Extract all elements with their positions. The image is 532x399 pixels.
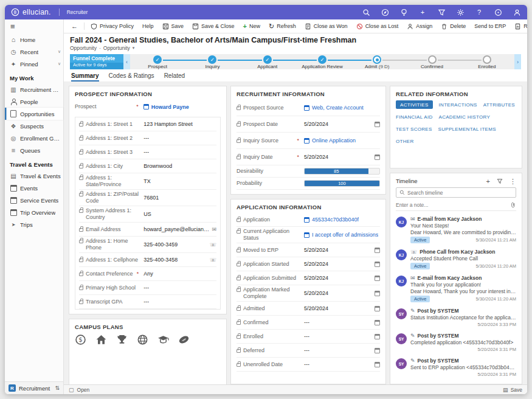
field-row[interactable]: Current Application Status I accept offe…: [237, 227, 380, 243]
process-stage[interactable]: Enrolled: [460, 54, 514, 69]
field-row-prospect[interactable]: Prospect* Howard Payne: [75, 100, 221, 114]
sidebar-item[interactable]: Recruitment Home: [5, 83, 63, 95]
calendar-icon[interactable]: [375, 122, 380, 127]
filter-icon[interactable]: [437, 8, 446, 16]
housing-home-icon[interactable]: [95, 334, 107, 345]
calendar-icon[interactable]: [375, 362, 380, 367]
hamburger-menu-icon[interactable]: ≡: [5, 19, 63, 33]
timeline-more-icon[interactable]: ⋮: [510, 178, 516, 184]
field-row[interactable]: Application 455334c70d3b040f: [237, 213, 380, 227]
related-tab-chip[interactable]: FINANCIAL AID: [396, 113, 433, 121]
calendar-icon[interactable]: [375, 276, 380, 281]
field-row[interactable]: Application Submitted 5/20/2024: [237, 271, 380, 285]
timeline-note-field[interactable]: Enter a note...: [396, 199, 516, 211]
phone-icon[interactable]: ☏: [210, 241, 216, 248]
sidebar-item[interactable]: Enrollment Goals: [5, 132, 63, 144]
related-tab-chip[interactable]: OTHER: [396, 137, 414, 145]
related-tab-chip[interactable]: SUPPLEMENTAL ITEMS: [438, 125, 496, 133]
email-icon[interactable]: ✉: [212, 226, 216, 232]
lookup-link[interactable]: Online Application: [312, 137, 356, 144]
timeline-search-box[interactable]: [396, 187, 516, 198]
related-tab-chip[interactable]: INTERACTIONS: [439, 100, 477, 109]
academics-gradcap-icon[interactable]: [157, 334, 169, 345]
field-row[interactable]: Address 1: Street 1 123 Hampton Street: [79, 117, 216, 131]
guided-tour-icon[interactable]: [381, 8, 389, 16]
sidebar-item[interactable]: Home: [5, 33, 63, 46]
related-tab-chip[interactable]: ACTIVITIES: [396, 100, 433, 109]
timeline-entry[interactable]: SY Post by SYSTEM Completed application …: [396, 330, 516, 355]
feedback-icon[interactable]: [494, 8, 502, 16]
calendar-icon[interactable]: [375, 348, 380, 353]
settings-gear-icon[interactable]: [456, 8, 465, 16]
field-row[interactable]: Primary High School ---: [79, 281, 216, 295]
save-button[interactable]: Save: [159, 21, 188, 32]
calendar-icon[interactable]: [375, 306, 380, 311]
calendar-icon[interactable]: [375, 248, 380, 253]
prospect-link[interactable]: Howard Payne: [151, 104, 189, 110]
field-row[interactable]: Admitted 5/20/2024: [237, 302, 380, 316]
form-tab[interactable]: Summary: [71, 72, 99, 82]
lookup-link[interactable]: 455334c70d3b040f: [312, 217, 359, 223]
new-record-plus-icon[interactable]: +: [418, 8, 427, 16]
form-tab[interactable]: Codes & Ratings: [109, 72, 154, 82]
refresh-button[interactable]: ↻Refresh: [265, 21, 300, 31]
idea-lightbulb-icon[interactable]: [399, 8, 408, 16]
lookup-link[interactable]: I accept offer of admissions: [312, 232, 378, 238]
process-stage[interactable]: Prospect: [130, 54, 185, 69]
back-button[interactable]: ←: [67, 22, 81, 31]
sidebar-item[interactable]: Suspects: [5, 120, 63, 132]
related-tab-chip[interactable]: TEST SCORES: [396, 125, 432, 133]
timeline-add-icon[interactable]: +: [486, 178, 490, 184]
field-row[interactable]: Application Marked Complete 5/20/2024: [237, 285, 380, 302]
field-row[interactable]: Address 1: Home Phone 325-400-3459 ☏: [79, 237, 216, 253]
field-row[interactable]: Email Address howard_payne@elluciandemo.…: [79, 223, 216, 237]
phone-icon[interactable]: ☏: [210, 257, 216, 263]
timeline-filter-icon[interactable]: [497, 178, 503, 184]
field-row[interactable]: Prospect Date 5/20/2024: [237, 116, 380, 133]
form-selector[interactable]: Opportunity: [103, 45, 130, 51]
calendar-icon[interactable]: [375, 262, 380, 267]
process-stage[interactable]: Applicant: [240, 54, 295, 69]
field-row[interactable]: Application Started 5/20/2024: [237, 257, 380, 271]
timeline-search-input[interactable]: [407, 190, 513, 196]
timeline-entry[interactable]: SY Post by SYSTEM Sent to ERP applicatio…: [396, 355, 516, 380]
help-button[interactable]: Help: [139, 21, 157, 31]
field-row[interactable]: System Address 1: Country US: [79, 206, 216, 223]
timeline-entry[interactable]: KJ E-mail from Kacy Jackson Your Next St…: [396, 213, 516, 246]
user-account-icon[interactable]: [513, 8, 521, 16]
timeline-entry[interactable]: KJ Phone Call from Kacy Jackson Accepted…: [396, 246, 516, 272]
close-as-won-button[interactable]: Close as Won: [301, 21, 351, 32]
assign-button[interactable]: Assign: [403, 21, 436, 32]
lookup-link[interactable]: Web, Create Account: [312, 105, 364, 111]
area-switcher[interactable]: R Recruitment ⇅: [5, 381, 63, 394]
sidebar-item[interactable]: Queues: [5, 144, 63, 156]
field-row[interactable]: Address 1: Street 3 ---: [79, 145, 216, 159]
sidebar-item[interactable]: Recent ∨: [5, 46, 63, 58]
calendar-icon[interactable]: [375, 320, 380, 325]
process-scroll-right-button[interactable]: ›: [514, 54, 521, 69]
process-stage-banner[interactable]: Funnel Complete Active for 9 days: [70, 54, 123, 69]
field-row[interactable]: Moved to ERP 5/20/2024: [237, 243, 380, 257]
field-row[interactable]: Inquiry Date* 5/20/2024: [237, 149, 380, 165]
calendar-icon[interactable]: [375, 154, 380, 160]
sidebar-item[interactable]: Pinned ∨: [5, 58, 63, 70]
sidebar-item[interactable]: Trip Overview: [5, 206, 63, 218]
calendar-icon[interactable]: [375, 291, 380, 296]
field-row[interactable]: Address 1: Cellphone 325-400-3458 ☏: [79, 253, 216, 267]
scholarship-dollar-icon[interactable]: $: [75, 334, 86, 345]
process-stage[interactable]: Application Review: [295, 54, 350, 69]
close-as-lost-button[interactable]: Close as Lost: [353, 21, 402, 32]
sidebar-item[interactable]: Service Events: [5, 194, 63, 206]
sidebar-item[interactable]: Travel & Events: [5, 170, 63, 182]
field-row[interactable]: Address 1: Street 2 ---: [79, 131, 216, 145]
field-row[interactable]: Inquiry Source* Online Application: [237, 133, 380, 149]
field-row[interactable]: Address 1: ZIP/Postal Code 76801: [79, 190, 216, 206]
process-stage[interactable]: Confirmed: [404, 54, 459, 69]
field-row[interactable]: Address 1: City Brownwood: [79, 159, 216, 173]
sidebar-item[interactable]: Events: [5, 182, 63, 194]
run-report-button[interactable]: Run Report▾: [511, 21, 527, 32]
attachment-paperclip-icon[interactable]: [510, 202, 516, 208]
privacy-policy-button[interactable]: Privacy Policy: [87, 21, 137, 32]
field-row[interactable]: Unenrolled Date ---: [237, 358, 380, 372]
process-stage[interactable]: Admit (9 D): [350, 54, 404, 69]
